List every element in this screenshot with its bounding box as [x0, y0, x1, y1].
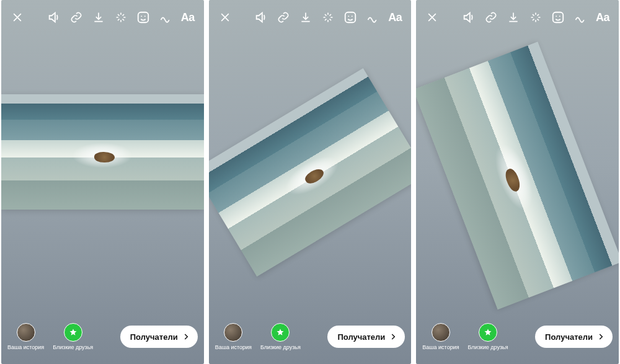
svg-point-7 — [556, 16, 557, 17]
link-icon[interactable] — [272, 6, 294, 29]
text-icon[interactable]: Aa — [177, 6, 199, 29]
sound-icon[interactable] — [250, 6, 272, 29]
recipients-button[interactable]: Получатели — [535, 326, 613, 348]
recipients-label: Получатели — [130, 332, 178, 342]
story-media[interactable] — [416, 42, 619, 309]
editor-toolbar: Aa — [416, 0, 619, 35]
editor-toolbar: Aa — [1, 0, 204, 35]
sparkle-icon[interactable] — [525, 6, 547, 29]
your-story-label: Ваша история — [422, 344, 459, 350]
sparkle-icon[interactable] — [317, 6, 339, 29]
download-icon[interactable] — [502, 6, 525, 29]
avatar-icon — [432, 323, 450, 342]
recipients-label: Получатели — [337, 332, 385, 342]
avatar-icon — [224, 323, 242, 342]
sound-icon[interactable] — [43, 6, 65, 29]
share-bar: Ваша история Близкие друзья Получатели — [1, 317, 204, 364]
close-friends-button[interactable]: Близкие друзья — [468, 323, 508, 350]
link-icon[interactable] — [480, 6, 502, 29]
draw-icon[interactable] — [361, 6, 384, 29]
sparkle-icon[interactable] — [110, 6, 132, 29]
svg-point-2 — [144, 16, 146, 17]
svg-point-4 — [348, 16, 350, 17]
your-story-label: Ваша история — [215, 344, 252, 350]
close-friends-label: Близкие друзья — [468, 344, 508, 350]
chevron-right-icon — [182, 332, 190, 341]
close-friends-button[interactable]: Близкие друзья — [260, 323, 301, 350]
svg-rect-3 — [345, 12, 356, 23]
draw-icon[interactable] — [569, 6, 591, 29]
download-icon[interactable] — [87, 6, 110, 29]
share-bar: Ваша история Близкие друзья Получатели — [416, 317, 619, 364]
svg-rect-6 — [553, 12, 564, 23]
story-media[interactable] — [209, 68, 412, 276]
canvas[interactable] — [1, 0, 204, 364]
star-icon — [479, 323, 497, 342]
sticker-icon[interactable] — [132, 6, 154, 29]
text-icon[interactable]: Aa — [591, 6, 614, 29]
sound-icon[interactable] — [458, 6, 480, 29]
svg-rect-0 — [138, 12, 148, 23]
avatar-icon — [17, 323, 35, 342]
share-bar: Ваша история Близкие друзья Получатели — [209, 317, 412, 364]
close-icon[interactable] — [6, 6, 29, 29]
recipients-button[interactable]: Получатели — [327, 326, 405, 348]
svg-point-1 — [141, 16, 142, 17]
close-friends-label: Близкие друзья — [260, 344, 301, 350]
story-editor-panel: Aa Ваша история Близкие друзья Получател… — [416, 0, 619, 364]
recipients-button[interactable]: Получатели — [120, 326, 198, 348]
story-editor-panel: Aa Ваша история Близкие друзья Получател… — [1, 0, 204, 364]
your-story-button[interactable]: Ваша история — [7, 323, 44, 350]
sticker-icon[interactable] — [339, 6, 361, 29]
svg-point-8 — [559, 16, 560, 17]
download-icon[interactable] — [294, 6, 317, 29]
editor-toolbar: Aa — [209, 0, 412, 35]
your-story-label: Ваша история — [7, 344, 44, 350]
link-icon[interactable] — [65, 6, 87, 29]
close-friends-label: Близкие друзья — [53, 344, 93, 350]
chevron-right-icon — [596, 332, 605, 341]
story-media[interactable] — [1, 94, 204, 210]
draw-icon[interactable] — [154, 6, 177, 29]
story-editor-panel: Aa Ваша история Близкие друзья Получател… — [209, 0, 412, 364]
canvas[interactable] — [416, 0, 619, 364]
text-icon[interactable]: Aa — [384, 6, 406, 29]
close-icon[interactable] — [214, 6, 236, 29]
svg-point-5 — [352, 16, 353, 17]
star-icon — [271, 323, 290, 342]
recipients-label: Получатели — [545, 332, 593, 342]
your-story-button[interactable]: Ваша история — [215, 323, 252, 350]
sticker-icon[interactable] — [547, 6, 569, 29]
chevron-right-icon — [389, 332, 397, 341]
close-icon[interactable] — [421, 6, 443, 29]
your-story-button[interactable]: Ваша история — [422, 323, 459, 350]
canvas[interactable] — [209, 0, 412, 364]
star-icon — [64, 323, 82, 342]
close-friends-button[interactable]: Близкие друзья — [53, 323, 93, 350]
